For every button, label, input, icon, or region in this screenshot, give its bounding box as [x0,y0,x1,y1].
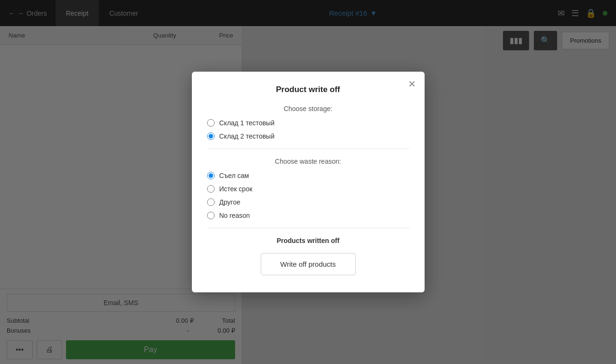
waste-label-1: Съел сам [219,172,249,179]
storage-label-2: Склад 2 тестовый [219,132,275,140]
close-icon: ✕ [408,79,416,89]
divider-1 [207,149,409,149]
waste-option-3[interactable]: Другое [207,198,409,206]
storage-radio-group: Склад 1 тестовый Склад 2 тестовый [207,119,409,140]
waste-option-1[interactable]: Съел сам [207,172,409,179]
waste-radio-4[interactable] [207,212,215,219]
waste-label-4: No reason [219,212,250,219]
write-off-products-button[interactable]: Write off products [261,253,356,275]
choose-waste-label: Choose waste reason: [207,158,409,165]
waste-option-2[interactable]: Истек срок [207,185,409,193]
waste-label-3: Другое [219,198,240,206]
storage-option-2[interactable]: Склад 2 тестовый [207,132,409,140]
modal-close-button[interactable]: ✕ [408,79,416,89]
modal-overlay[interactable]: Product write off ✕ Choose storage: Скла… [0,0,616,364]
storage-option-1[interactable]: Склад 1 тестовый [207,119,409,127]
product-write-off-modal: Product write off ✕ Choose storage: Скла… [192,72,425,292]
waste-radio-3[interactable] [207,198,215,206]
storage-label-1: Склад 1 тестовый [219,119,275,127]
modal-title: Product write off [207,85,409,94]
divider-2 [207,228,409,228]
choose-storage-label: Choose storage: [207,105,409,112]
waste-option-4[interactable]: No reason [207,212,409,219]
waste-label-2: Истек срок [219,185,253,193]
waste-radio-group: Съел сам Истек срок Другое No reason [207,172,409,219]
products-written-off-label: Products written off [207,237,409,244]
storage-radio-1[interactable] [207,119,215,127]
waste-radio-2[interactable] [207,185,215,193]
storage-radio-2[interactable] [207,132,215,140]
waste-radio-1[interactable] [207,172,215,179]
